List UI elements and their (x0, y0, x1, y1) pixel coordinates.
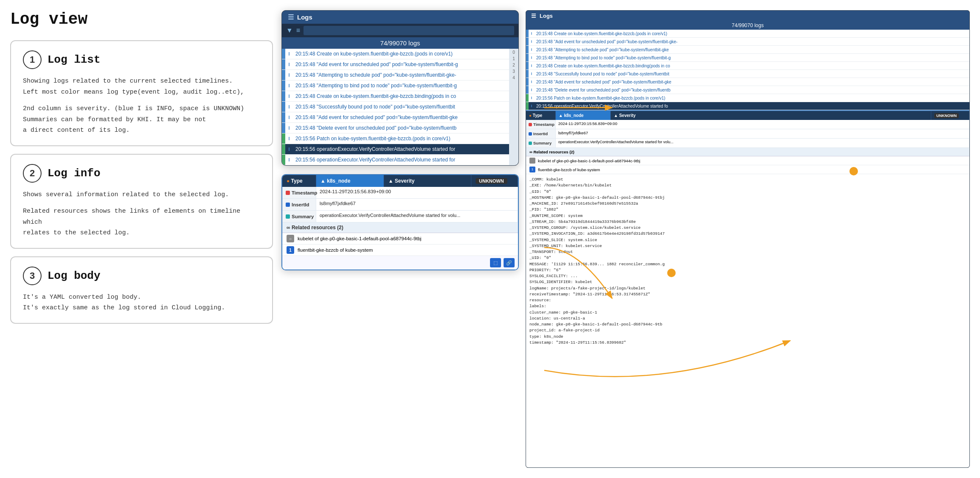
section-1-box: 1 Log list Showing logs related to the c… (10, 40, 273, 146)
right-log-text: 20:15:48 "Delete event for unscheduled p… (535, 87, 672, 93)
middle-log-panel: ☰ Logs ▼ ≡ 74/99070 logs (281, 10, 519, 166)
log-severity: I (285, 112, 293, 122)
menu-icon: ☰ (288, 13, 294, 21)
right-summary-value: operationExecutor.VerifyControllerAttach… (556, 139, 969, 147)
right-info-header: ● Type ▲ k8s_node ▲ Severity UNKNOWN (526, 111, 969, 120)
timestamp-label: Timestamp (282, 187, 316, 198)
middle-log-row-4[interactable]: I20:15:48 Create on kube-system.fluentbi… (282, 91, 509, 102)
middle-log-row-5[interactable]: I20:15:48 "Successfully bound pod to nod… (282, 102, 509, 112)
right-insertid-label: InsertId (526, 129, 556, 138)
middle-log-row-3[interactable]: I20:15:48 "Attempting to bind pod to nod… (282, 81, 509, 91)
scroll-0: 0 (512, 50, 515, 56)
log-text: 20:15:48 "Attempting to schedule pod" po… (293, 71, 459, 79)
yaml-line-16: SYSLOG_FACILITY: ... (529, 273, 966, 279)
log-severity: I (285, 59, 293, 69)
right-node-header: ▲ k8s_node (556, 111, 611, 120)
right-log-row-9[interactable]: I20:15:56 operationExecutor.VerifyContro… (526, 102, 969, 110)
right-timestamp-label: Timestamp (526, 120, 556, 129)
right-log-row-6[interactable]: I20:15:48 "Add event for scheduled pod" … (526, 78, 969, 86)
filter-bar[interactable]: ▼ ≡ (282, 24, 518, 37)
section-3-header: 3 Log body (23, 267, 260, 285)
right-insertid-row: InsertId ls8myfl7jxfdke67 (526, 129, 969, 139)
yaml-line-5: _PID: "1882" (529, 207, 966, 213)
summary-row: Summary operationExecutor.VerifyControll… (282, 211, 518, 222)
section-2-para-2: Related resources shows the links of ele… (23, 206, 260, 239)
middle-log-row-9[interactable]: I20:15:56 operationExecutor.VerifyContro… (282, 144, 509, 155)
resource-row-1[interactable]: ○ kubelet of gke-p0-gke-basic-1-default-… (282, 233, 518, 245)
summary-dot (286, 214, 290, 219)
yaml-line-8: _SYSTEMD_CGROUP: /system.slice/kubelet.s… (529, 225, 966, 231)
log-info-header: ● Type ▲ k8s_node ▲ Severity UNKNOWN (282, 175, 518, 187)
right-log-row-0[interactable]: I20:15:48 Create on kube-system.fluentbi… (526, 30, 969, 38)
resource-text-2: fluentbit-gke-bzzcb of kube-system (298, 247, 373, 253)
right-log-row-4[interactable]: I20:15:48 Create on kube-system.fluentbi… (526, 62, 969, 70)
middle-log-row-10[interactable]: I20:15:56 operationExecutor.VerifyContro… (282, 155, 509, 165)
section-2-header: 2 Log info (23, 164, 260, 183)
summary-label: Summary (282, 211, 316, 222)
right-timestamp-row: Timestamp 2024-11-29T20:15:56.839+09:00 (526, 120, 969, 129)
yaml-line-12: _TRANSPORT: stdout (529, 249, 966, 255)
right-resource-1[interactable]: kubelet of gke-p0-gke-basic-1-default-po… (526, 156, 969, 165)
right-log-row-7[interactable]: I20:15:48 "Delete event for unscheduled … (526, 86, 969, 94)
right-log-list[interactable]: I20:15:48 Create on kube-system.fluentbi… (526, 30, 969, 110)
log-scroll-content: I20:15:48 Create on kube-system.fluentbi… (282, 49, 509, 165)
right-log-row-2[interactable]: I20:15:48 "Attempting to schedule pod" p… (526, 46, 969, 54)
log-scrollbar[interactable]: 0 1 2 3 4 (509, 49, 518, 165)
right-log-row-3[interactable]: I20:15:48 "Attempting to bind pod to nod… (526, 54, 969, 62)
log-type-bar (282, 91, 285, 101)
yaml-line-24: node_name: gke-p0-gke-basic-1-default-po… (529, 322, 966, 328)
middle-log-row-0[interactable]: I20:15:48 Create on kube-system.fluentbi… (282, 49, 509, 59)
right-summary-label: Summary (526, 139, 556, 147)
right-log-text: 20:15:48 "Attempting to schedule pod" po… (535, 47, 671, 53)
timestamp-row: Timestamp 2024-11-29T20:15:56.839+09:00 (282, 187, 518, 199)
log-scroll-area[interactable]: I20:15:48 Create on kube-system.fluentbi… (282, 49, 518, 165)
list-icon: ≡ (296, 27, 300, 34)
right-yaml-area[interactable]: _COMM: kubelet_EXE: /home/kubernetes/bin… (526, 174, 969, 467)
middle-log-row-7[interactable]: I20:15:48 "Delete event for unscheduled … (282, 123, 509, 133)
resource-row-2[interactable]: 1 fluentbit-gke-bzzcb of kube-system (282, 245, 518, 256)
middle-log-panel-header: ☰ Logs (282, 11, 518, 24)
explanation-panel: Log view 1 Log list Showing logs related… (10, 10, 273, 468)
log-list[interactable]: I20:15:48 Create on kube-system.fluentbi… (282, 49, 509, 165)
info-node-header: ▲ k8s_node (316, 175, 384, 187)
yaml-line-11: _SYSTEMD_UNIT: kubelet.service (529, 243, 966, 249)
yaml-line-22: cluster_name: p0-gke-basic-1 (529, 310, 966, 316)
middle-log-row-6[interactable]: I20:15:48 "Add event for scheduled pod" … (282, 112, 509, 123)
right-log-row-8[interactable]: I20:15:56 Patch on kube-system.fluentbit… (526, 94, 969, 102)
right-insertid-value: ls8myfl7jxfdke67 (556, 129, 969, 138)
copy-btn[interactable]: ⬚ (490, 258, 501, 267)
section-1-para-1: Showing logs related to the current sele… (23, 76, 260, 97)
middle-log-row-8[interactable]: I20:15:56 Patch on kube-system.fluentbit… (282, 133, 509, 144)
right-log-panel: ☰ Logs 74/99070 logs I20:15:48 Create on… (526, 10, 970, 468)
middle-log-row-2[interactable]: I20:15:48 "Attempting to schedule pod" p… (282, 70, 509, 81)
right-log-text: 20:15:56 Patch on kube-system.fluentbit-… (535, 95, 667, 101)
right-unknown-header: UNKNOWN (931, 111, 969, 120)
right-log-row-1[interactable]: I20:15:48 "Add event for unscheduled pod… (526, 38, 969, 46)
right-resource-2[interactable]: 1 fluentbit-gke-bzzcb of kube-system (526, 165, 969, 174)
middle-col: ☰ Logs ▼ ≡ 74/99070 logs (281, 10, 519, 468)
log-text: 20:15:48 "Add event for scheduled pod" p… (293, 113, 460, 122)
insertid-dot (286, 203, 290, 207)
scroll-4: 4 (512, 75, 515, 81)
right-log-text: 20:15:48 "Add event for scheduled pod" p… (535, 79, 673, 85)
right-sev: I (529, 38, 535, 45)
right-log-row-5[interactable]: I20:15:48 "Successfully bound pod to nod… (526, 70, 969, 78)
link-btn[interactable]: 🔗 (504, 258, 515, 267)
right-log-title: Logs (540, 13, 553, 19)
info-unknown-header: UNKNOWN (471, 175, 518, 187)
right-resource-2-text: fluentbit-gke-bzzcb of kube-system (538, 167, 600, 172)
right-log-text: 20:15:48 Create on kube-system.fluentbit… (535, 63, 672, 69)
yaml-line-10: _SYSTEMD_SLICE: system.slice (529, 237, 966, 243)
yaml-line-9: _SYSTEMD_INVOCATION_ID: a3d6617b6e4e4291… (529, 231, 966, 237)
log-text: 20:15:56 operationExecutor.VerifyControl… (293, 145, 458, 153)
right-timestamp-value: 2024-11-29T20:15:56.839+09:00 (556, 120, 969, 129)
log-text: 20:15:48 "Attempting to bind pod to node… (293, 81, 459, 90)
middle-log-row-1[interactable]: I20:15:48 "Add event for unscheduled pod… (282, 59, 509, 70)
info-severity-header: ▲ Severity (384, 175, 471, 187)
yaml-line-19: receiveTimestamp: "2024-11-29T11:16:53.3… (529, 292, 966, 297)
insertid-label: InsertId (282, 199, 316, 210)
scroll-3: 3 (512, 69, 515, 75)
log-text: 20:15:48 Create on kube-system.fluentbit… (293, 50, 455, 58)
section-2-title: Log info (47, 167, 100, 180)
page-title: Log view (10, 10, 273, 28)
